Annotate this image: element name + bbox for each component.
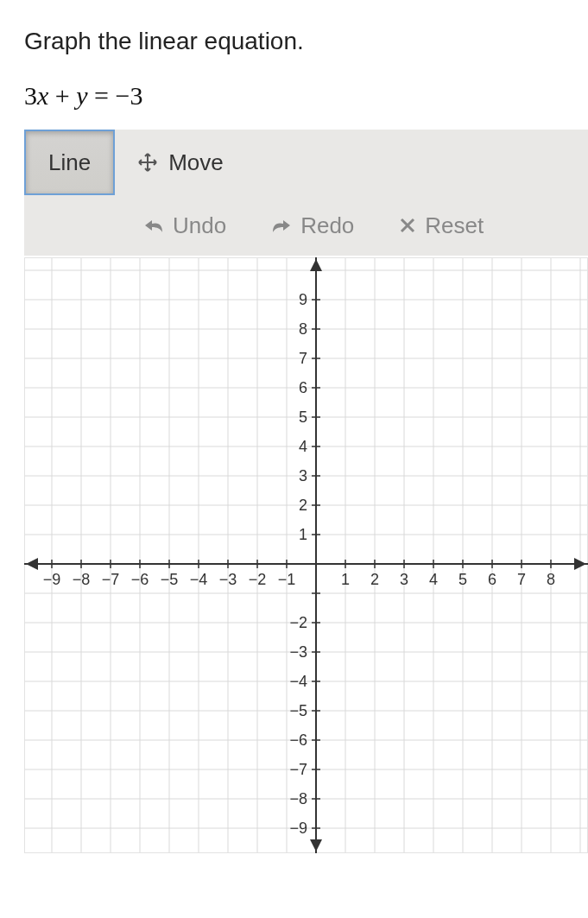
y-tick-label: −2	[289, 614, 307, 631]
line-tool-label: Line	[48, 149, 91, 176]
reset-label: Reset	[425, 212, 484, 239]
line-tool-button[interactable]: Line	[24, 130, 115, 195]
x-tick-label: 6	[488, 571, 496, 588]
y-tick-label: 1	[299, 526, 307, 543]
x-tick-label: −8	[73, 571, 91, 588]
x-tick-label: −9	[43, 571, 61, 588]
x-tick-label: 4	[429, 571, 438, 588]
x-tick-label: 1	[341, 571, 350, 588]
coordinate-plane[interactable]: −9−8−7−6−5−4−3−2−112345678−9−8−7−6−5−4−3…	[24, 257, 588, 853]
close-icon	[399, 217, 416, 234]
x-tick-label: −1	[278, 571, 296, 588]
x-tick-label: −4	[190, 571, 208, 588]
y-tick-label: −6	[289, 731, 307, 749]
x-tick-label: 8	[547, 571, 555, 588]
redo-icon	[271, 217, 292, 234]
x-tick-label: −3	[219, 571, 237, 588]
y-tick-label: 3	[299, 467, 307, 484]
prompt-text: Graph the linear equation.	[24, 28, 564, 55]
x-tick-label: 5	[458, 571, 467, 588]
x-tick-label: −5	[161, 571, 179, 588]
y-tick-label: −4	[289, 673, 307, 690]
action-row: Undo Redo Reset	[24, 195, 588, 256]
x-tick-label: 3	[400, 571, 408, 588]
y-tick-label: 7	[299, 350, 307, 367]
y-tick-label: −3	[289, 643, 307, 661]
y-tick-label: 6	[299, 379, 307, 396]
tool-row: Line Move	[24, 130, 588, 195]
y-tick-label: −7	[289, 761, 307, 778]
x-tick-label: −2	[249, 571, 267, 588]
y-tick-label: −8	[289, 790, 307, 807]
graph-svg: −9−8−7−6−5−4−3−2−112345678−9−8−7−6−5−4−3…	[24, 257, 588, 853]
y-tick-label: 8	[299, 320, 307, 338]
redo-label: Redo	[300, 212, 354, 239]
reset-button[interactable]: Reset	[383, 195, 499, 256]
undo-label: Undo	[173, 212, 226, 239]
y-tick-label: −5	[289, 702, 307, 719]
undo-icon	[143, 217, 164, 234]
graph-toolbar: Line Move Undo	[24, 130, 588, 256]
y-tick-label: 4	[299, 438, 307, 455]
redo-button[interactable]: Redo	[256, 195, 370, 256]
y-tick-label: 2	[299, 497, 307, 514]
x-tick-label: 7	[517, 571, 526, 588]
move-icon	[137, 152, 158, 173]
x-tick-label: −7	[102, 571, 120, 588]
move-tool-button[interactable]: Move	[115, 130, 246, 195]
move-tool-label: Move	[168, 149, 224, 176]
y-tick-label: 9	[299, 291, 307, 308]
undo-button[interactable]: Undo	[128, 195, 242, 256]
y-tick-label: 5	[299, 408, 307, 426]
x-tick-label: −6	[131, 571, 149, 588]
x-tick-label: 2	[370, 571, 379, 588]
equation: 3x + y = −3	[24, 81, 564, 111]
y-tick-label: −9	[289, 820, 307, 837]
